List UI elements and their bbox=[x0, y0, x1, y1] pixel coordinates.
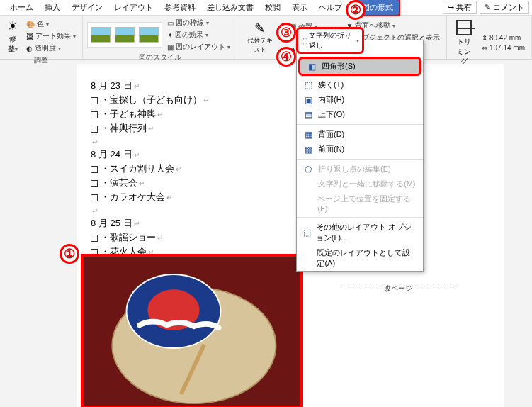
wrap-text-dropdown-trigger[interactable]: ⬚ 文字列の折り返し▾ bbox=[296, 27, 364, 54]
crop-button[interactable]: トリミング bbox=[451, 17, 477, 68]
fan-image-icon bbox=[84, 257, 300, 406]
through-icon: ▣ bbox=[302, 95, 314, 105]
crop-icon bbox=[456, 20, 472, 35]
list-item: 演芸会 bbox=[110, 177, 137, 188]
list-item: 子ども神輿 bbox=[110, 108, 156, 119]
tab-design[interactable]: デザイン bbox=[66, 0, 108, 15]
art-effect-button[interactable]: 🖼 アート効果▾ bbox=[24, 30, 78, 42]
picture-style-gallery[interactable] bbox=[87, 22, 162, 48]
tab-layout[interactable]: レイアウト bbox=[108, 0, 159, 15]
checkbox-icon bbox=[91, 180, 98, 187]
document-body[interactable]: 8 月 23 日↵ ・宝探し（子ども向け）↵ ・子ども神輿↵ ・神輿行列↵ ↵ … bbox=[77, 64, 504, 407]
share-button[interactable]: ↪ 共有 bbox=[443, 1, 477, 14]
tab-mailmerge[interactable]: 差し込み文書 bbox=[201, 0, 259, 15]
comment-button[interactable]: ✎ コメント bbox=[480, 1, 529, 14]
group-adjust-label: 調整 bbox=[4, 55, 78, 66]
annotation-marker-4: ④ bbox=[276, 47, 296, 67]
list-item: 宝探し（子ども向け） bbox=[110, 94, 202, 105]
wrap-tight-item[interactable]: ⬚狭く(T) bbox=[297, 77, 423, 92]
style-thumb[interactable] bbox=[91, 27, 111, 43]
ribbon-tabs: ホーム 挿入 デザイン レイアウト 参考資料 差し込み文書 校閲 表示 ヘルプ … bbox=[0, 0, 532, 16]
transparency-button[interactable]: ◐ 透明度▾ bbox=[24, 43, 78, 54]
checkbox-icon bbox=[91, 235, 98, 242]
picture-effect-button[interactable]: ✦ 図の効果▾ bbox=[165, 29, 232, 40]
picture-border-button[interactable]: ▭ 図の枠線▾ bbox=[165, 17, 232, 28]
style-thumb[interactable] bbox=[139, 27, 159, 43]
annotation-marker-2: ② bbox=[346, 0, 366, 20]
color-button[interactable]: 🎨 色▾ bbox=[24, 18, 78, 30]
picture-layout-button[interactable]: ▦ 図のレイアウト▾ bbox=[165, 41, 232, 52]
tab-help[interactable]: ヘルプ bbox=[313, 0, 348, 15]
checkbox-icon bbox=[91, 194, 98, 201]
wrap-through-item[interactable]: ▣内部(H) bbox=[297, 92, 423, 107]
tab-home[interactable]: ホーム bbox=[4, 0, 39, 15]
wrap-more-options-item[interactable]: ⬚その他のレイアウト オプション(L)... bbox=[297, 220, 423, 245]
list-item: 歌謡ショー bbox=[110, 232, 156, 242]
wrap-move-with-text-item: 文字列と一緒に移動する(M) bbox=[297, 177, 423, 191]
wrap-topbottom-item[interactable]: ▤上下(O) bbox=[297, 107, 423, 122]
list-item: 神輿行列 bbox=[110, 123, 147, 133]
page-break-label: 改ページ bbox=[339, 284, 458, 294]
annotation-marker-3: ③ bbox=[276, 23, 296, 43]
topbottom-icon: ▤ bbox=[302, 110, 314, 120]
checkbox-icon bbox=[91, 111, 98, 118]
more-options-icon: ⬚ bbox=[302, 228, 312, 238]
behind-icon: ▦ bbox=[302, 130, 314, 140]
tight-icon: ⬚ bbox=[302, 80, 314, 90]
wrap-behind-item[interactable]: ▦背面(D) bbox=[297, 127, 423, 142]
wrap-front-item[interactable]: ▩前面(N) bbox=[297, 142, 423, 157]
square-icon: ◧ bbox=[306, 62, 317, 72]
list-item: スイカ割り大会 bbox=[110, 163, 174, 174]
editpoints-icon: ⬠ bbox=[302, 165, 314, 174]
alt-text-button[interactable]: ✎代替テキスト bbox=[242, 19, 278, 56]
date-heading: 8 月 23 日↵ bbox=[91, 79, 489, 92]
width-input[interactable]: ⇔ 107.14 mm bbox=[480, 43, 527, 52]
checkbox-icon bbox=[91, 126, 98, 133]
checkbox-icon bbox=[91, 166, 98, 173]
wrap-fix-position-item: ページ上で位置を固定する(F) bbox=[297, 191, 423, 215]
inserted-picture[interactable] bbox=[81, 254, 303, 407]
wrap-text-dropdown: ≣行内(I) ◧四角形(S) ⬚狭く(T) ▣内部(H) ▤上下(O) ▦背面(… bbox=[296, 40, 424, 272]
tab-view[interactable]: 表示 bbox=[286, 0, 313, 15]
ribbon-body: ☀修整▾ 🎨 色▾ 🖼 アート効果▾ ◐ 透明度▾ 調整 ▭ 図の枠線▾ ✦ 図… bbox=[0, 16, 532, 60]
wrap-edit-points-item: ⬠折り返し点の編集(E) bbox=[297, 162, 423, 177]
wrap-square-item[interactable]: ◧四角形(S) bbox=[298, 57, 421, 76]
height-input[interactable]: ⇕ 80.42 mm bbox=[480, 33, 527, 43]
tab-references[interactable]: 参考資料 bbox=[159, 0, 201, 15]
list-item: カラオケ大会 bbox=[110, 191, 165, 202]
date-heading: 8 月 25 日↵ bbox=[91, 217, 489, 230]
annotation-marker-1: ① bbox=[60, 244, 79, 264]
group-styles-label: 図のスタイル bbox=[87, 52, 232, 63]
tab-insert[interactable]: 挿入 bbox=[39, 0, 66, 15]
tab-review[interactable]: 校閲 bbox=[259, 0, 286, 15]
style-thumb[interactable] bbox=[115, 27, 135, 43]
wrap-set-default-item[interactable]: 既定のレイアウトとして設定(A) bbox=[297, 245, 423, 271]
checkbox-icon bbox=[91, 97, 98, 104]
date-heading: 8 月 24 日↵ bbox=[91, 148, 489, 161]
front-icon: ▩ bbox=[302, 145, 314, 155]
correct-button[interactable]: ☀修整▾ bbox=[4, 17, 21, 55]
